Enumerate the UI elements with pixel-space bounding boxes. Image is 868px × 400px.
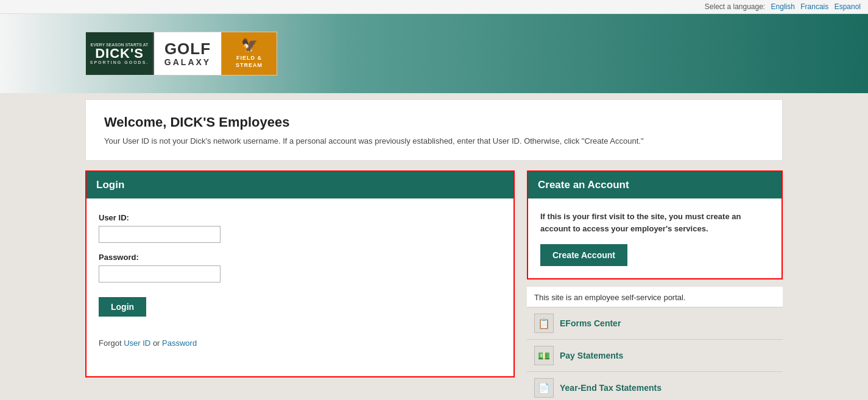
- userid-group: User ID:: [99, 213, 501, 243]
- eforms-icon: 📋: [534, 314, 554, 333]
- golf-word: GOLF: [164, 40, 211, 58]
- forgot-prefix: Forgot: [99, 339, 122, 348]
- field-text: FIELD & STREAM: [224, 55, 274, 69]
- pay-icon: 💵: [534, 346, 554, 365]
- login-panel: Login User ID: Password: Login Forgot Us…: [85, 170, 515, 377]
- create-account-description: If this is your first visit to the site,…: [540, 211, 769, 234]
- forgot-userid-link[interactable]: User ID: [124, 339, 150, 348]
- create-account-title: Create an Account: [538, 179, 629, 191]
- lang-english-link[interactable]: English: [771, 2, 795, 11]
- welcome-title: Welcome, DICK'S Employees: [104, 114, 764, 130]
- tax-icon: 📄: [534, 378, 554, 398]
- dicks-main-text: DICK'S: [95, 47, 144, 60]
- welcome-section: Welcome, DICK'S Employees Your User ID i…: [85, 99, 783, 161]
- eforms-link[interactable]: EForms Center: [560, 318, 621, 328]
- password-label: Password:: [99, 253, 501, 262]
- login-panel-header: Login: [86, 172, 513, 198]
- login-button[interactable]: Login: [99, 297, 146, 317]
- dicks-bottom-text: SPORTING GOODS.: [90, 60, 149, 65]
- forgot-password-link[interactable]: Password: [162, 339, 197, 348]
- logo-golf: GOLF GALAXY: [154, 32, 221, 75]
- top-bar: Select a language: English Francais Espa…: [0, 0, 868, 14]
- header: EVERY SEASON STARTS AT DICK'S SPORTING G…: [0, 14, 868, 93]
- password-input[interactable]: [99, 265, 221, 282]
- forgot-text: Forgot User ID or Password: [99, 339, 501, 348]
- login-panel-body: User ID: Password: Login Forgot User ID …: [86, 198, 513, 362]
- login-panel-title: Login: [96, 179, 124, 191]
- create-account-button[interactable]: Create Account: [540, 244, 627, 266]
- galaxy-word: GALAXY: [164, 58, 211, 67]
- create-account-body: If this is your first visit to the site,…: [528, 198, 782, 278]
- welcome-description: Your User ID is not your Dick's network …: [104, 136, 764, 146]
- self-service-title: This site is an employee self-service po…: [527, 287, 783, 307]
- lang-french-link[interactable]: Francais: [800, 2, 828, 11]
- main-content: Login User ID: Password: Login Forgot Us…: [85, 170, 783, 400]
- service-item-eforms[interactable]: 📋 EForms Center: [527, 307, 783, 339]
- select-language-label: Select a language:: [705, 2, 765, 11]
- service-item-tax[interactable]: 📄 Year-End Tax Statements: [527, 371, 783, 400]
- year-end-tax-link[interactable]: Year-End Tax Statements: [560, 383, 662, 393]
- pay-statements-link[interactable]: Pay Statements: [560, 351, 623, 360]
- logo-field: 🦅 FIELD & STREAM: [222, 32, 277, 75]
- lang-spanish-link[interactable]: Espanol: [834, 2, 861, 11]
- logo-container: EVERY SEASON STARTS AT DICK'S SPORTING G…: [85, 32, 277, 75]
- forgot-or: or: [153, 339, 160, 348]
- self-service-section: This site is an employee self-service po…: [527, 287, 783, 400]
- password-group: Password:: [99, 253, 501, 282]
- logo-dicks: EVERY SEASON STARTS AT DICK'S SPORTING G…: [86, 32, 153, 75]
- field-bird-icon: 🦅: [241, 38, 258, 54]
- userid-input[interactable]: [99, 226, 221, 243]
- right-panel: Create an Account If this is your first …: [527, 170, 783, 400]
- service-item-pay[interactable]: 💵 Pay Statements: [527, 339, 783, 371]
- create-account-panel: Create an Account If this is your first …: [527, 170, 783, 279]
- userid-label: User ID:: [99, 213, 501, 222]
- create-account-header: Create an Account: [528, 172, 782, 198]
